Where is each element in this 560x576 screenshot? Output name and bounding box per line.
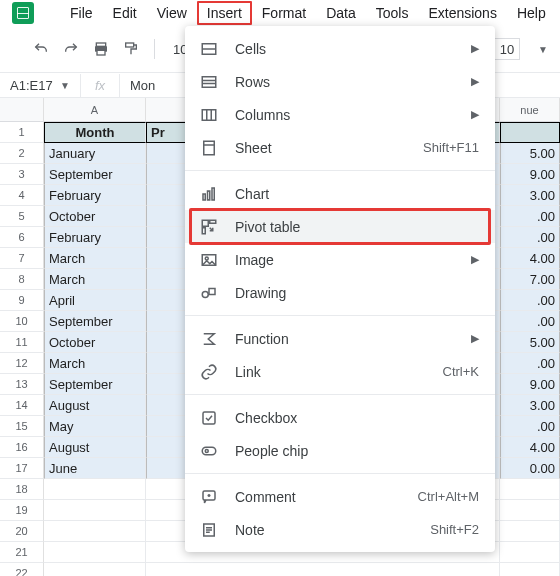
cell[interactable]: March: [44, 353, 146, 374]
menu-view[interactable]: View: [147, 1, 197, 25]
menu-item-people-chip[interactable]: People chip: [185, 434, 495, 467]
cell[interactable]: .00: [500, 311, 560, 332]
cell[interactable]: .00: [500, 206, 560, 227]
menu-edit[interactable]: Edit: [103, 1, 147, 25]
menu-extensions[interactable]: Extensions: [418, 1, 506, 25]
cell[interactable]: [44, 479, 146, 500]
menu-item-image[interactable]: Image▶: [185, 243, 495, 276]
row-header[interactable]: 2: [0, 143, 44, 164]
cell[interactable]: [500, 122, 560, 143]
cell[interactable]: [500, 563, 560, 576]
cell[interactable]: 7.00: [500, 269, 560, 290]
row-header[interactable]: 18: [0, 479, 44, 500]
menu-item-sheet[interactable]: SheetShift+F11: [185, 131, 495, 164]
undo-icon[interactable]: [30, 38, 52, 60]
cell[interactable]: [44, 563, 146, 576]
cell[interactable]: October: [44, 332, 146, 353]
menu-item-checkbox[interactable]: Checkbox: [185, 401, 495, 434]
cell[interactable]: January: [44, 143, 146, 164]
menu-item-link[interactable]: LinkCtrl+K: [185, 355, 495, 388]
cell[interactable]: [500, 542, 560, 563]
formula-bar-value[interactable]: Mon: [120, 78, 155, 93]
cell[interactable]: 9.00: [500, 374, 560, 395]
cell[interactable]: October: [44, 206, 146, 227]
row-header[interactable]: 4: [0, 185, 44, 206]
menu-item-comment[interactable]: CommentCtrl+Alt+M: [185, 480, 495, 513]
cell[interactable]: .00: [500, 290, 560, 311]
cell[interactable]: [500, 479, 560, 500]
cell[interactable]: 0.00: [500, 458, 560, 479]
menu-item-chart[interactable]: Chart: [185, 177, 495, 210]
row-header[interactable]: 15: [0, 416, 44, 437]
cell[interactable]: September: [44, 164, 146, 185]
cell[interactable]: March: [44, 248, 146, 269]
cell[interactable]: August: [44, 437, 146, 458]
row-header[interactable]: 21: [0, 542, 44, 563]
cell[interactable]: [44, 542, 146, 563]
menu-item-function[interactable]: Function▶: [185, 322, 495, 355]
cell[interactable]: [500, 500, 560, 521]
column-header-A[interactable]: A: [44, 98, 146, 122]
cell[interactable]: September: [44, 374, 146, 395]
row-header[interactable]: 5: [0, 206, 44, 227]
row-header[interactable]: 3: [0, 164, 44, 185]
row-header[interactable]: 16: [0, 437, 44, 458]
name-box-dropdown-icon[interactable]: ▼: [60, 80, 70, 91]
paint-format-icon[interactable]: [120, 38, 142, 60]
cell[interactable]: 3.00: [500, 395, 560, 416]
cell[interactable]: February: [44, 227, 146, 248]
row-header[interactable]: 7: [0, 248, 44, 269]
menu-item-columns[interactable]: Columns▶: [185, 98, 495, 131]
menu-insert[interactable]: Insert: [197, 1, 252, 25]
menu-help[interactable]: Help: [507, 1, 556, 25]
cell[interactable]: [146, 563, 500, 576]
cell[interactable]: February: [44, 185, 146, 206]
row-header[interactable]: 17: [0, 458, 44, 479]
menu-tools[interactable]: Tools: [366, 1, 419, 25]
cell[interactable]: 4.00: [500, 248, 560, 269]
cell[interactable]: .00: [500, 416, 560, 437]
menu-item-rows[interactable]: Rows▶: [185, 65, 495, 98]
cell[interactable]: August: [44, 395, 146, 416]
menu-item-pivot-table[interactable]: Pivot table: [185, 210, 495, 243]
menu-item-drawing[interactable]: Drawing: [185, 276, 495, 309]
cell[interactable]: September: [44, 311, 146, 332]
menu-format[interactable]: Format: [252, 1, 316, 25]
cell[interactable]: [44, 500, 146, 521]
row-header[interactable]: 20: [0, 521, 44, 542]
name-box[interactable]: A1:E17 ▼: [0, 78, 80, 93]
row-header[interactable]: 22: [0, 563, 44, 576]
row-header[interactable]: 10: [0, 311, 44, 332]
font-size-input[interactable]: 10: [494, 38, 520, 60]
cell[interactable]: .00: [500, 353, 560, 374]
cell[interactable]: [44, 521, 146, 542]
row-header[interactable]: 14: [0, 395, 44, 416]
menu-item-cells[interactable]: Cells▶: [185, 32, 495, 65]
row-header[interactable]: 9: [0, 290, 44, 311]
cell[interactable]: 9.00: [500, 164, 560, 185]
cell[interactable]: May: [44, 416, 146, 437]
row-header[interactable]: 12: [0, 353, 44, 374]
cell[interactable]: 3.00: [500, 185, 560, 206]
cell[interactable]: June: [44, 458, 146, 479]
redo-icon[interactable]: [60, 38, 82, 60]
menu-item-note[interactable]: NoteShift+F2: [185, 513, 495, 546]
row-header[interactable]: 11: [0, 332, 44, 353]
column-header-last[interactable]: nue: [500, 98, 560, 122]
row-header[interactable]: 13: [0, 374, 44, 395]
print-icon[interactable]: [90, 38, 112, 60]
font-size-dropdown-icon[interactable]: ▼: [538, 44, 548, 55]
cell[interactable]: 5.00: [500, 143, 560, 164]
cell[interactable]: .00: [500, 227, 560, 248]
cell[interactable]: 4.00: [500, 437, 560, 458]
row-header[interactable]: 1: [0, 122, 44, 143]
menu-data[interactable]: Data: [316, 1, 366, 25]
cell[interactable]: [500, 521, 560, 542]
select-all-corner[interactable]: [0, 98, 44, 122]
cell[interactable]: March: [44, 269, 146, 290]
menu-file[interactable]: File: [60, 1, 103, 25]
cell[interactable]: Month: [44, 122, 146, 143]
cell[interactable]: 5.00: [500, 332, 560, 353]
cell[interactable]: April: [44, 290, 146, 311]
row-header[interactable]: 19: [0, 500, 44, 521]
